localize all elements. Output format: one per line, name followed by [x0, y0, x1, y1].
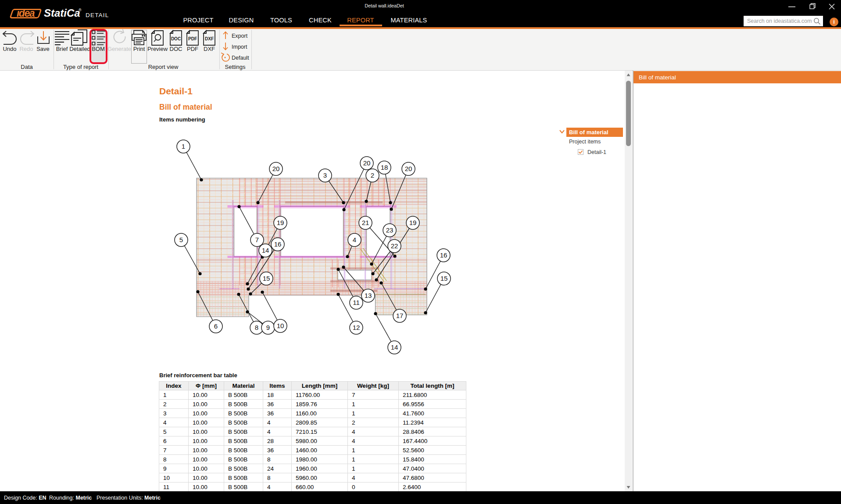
- svg-text:20: 20: [363, 159, 371, 167]
- svg-text:14: 14: [391, 343, 398, 351]
- svg-text:4: 4: [353, 236, 356, 243]
- svg-text:23: 23: [386, 226, 394, 234]
- svg-text:9: 9: [266, 324, 270, 331]
- svg-text:3: 3: [323, 172, 327, 179]
- svg-text:5: 5: [179, 236, 183, 243]
- svg-text:22: 22: [391, 242, 398, 250]
- svg-text:15: 15: [440, 275, 448, 282]
- svg-text:20: 20: [405, 165, 412, 172]
- svg-text:15: 15: [263, 275, 270, 282]
- svg-text:18: 18: [381, 164, 388, 171]
- svg-text:2: 2: [371, 172, 374, 179]
- svg-text:1: 1: [182, 143, 185, 150]
- svg-text:13: 13: [365, 292, 372, 299]
- svg-text:20: 20: [272, 165, 280, 172]
- svg-text:14: 14: [262, 247, 269, 254]
- svg-text:11: 11: [353, 299, 360, 306]
- svg-text:7: 7: [255, 236, 259, 243]
- svg-text:19: 19: [277, 219, 284, 226]
- svg-text:12: 12: [353, 324, 360, 331]
- svg-text:19: 19: [409, 219, 417, 226]
- svg-text:16: 16: [274, 240, 282, 248]
- svg-text:6: 6: [214, 322, 218, 330]
- svg-text:DOC: DOC: [171, 36, 181, 41]
- svg-text:8: 8: [255, 324, 258, 331]
- svg-text:21: 21: [362, 219, 369, 226]
- svg-text:10: 10: [277, 322, 284, 329]
- svg-text:DXF: DXF: [205, 36, 214, 41]
- svg-text:16: 16: [440, 251, 447, 259]
- svg-text:PDF: PDF: [188, 36, 197, 41]
- svg-text:17: 17: [396, 312, 404, 319]
